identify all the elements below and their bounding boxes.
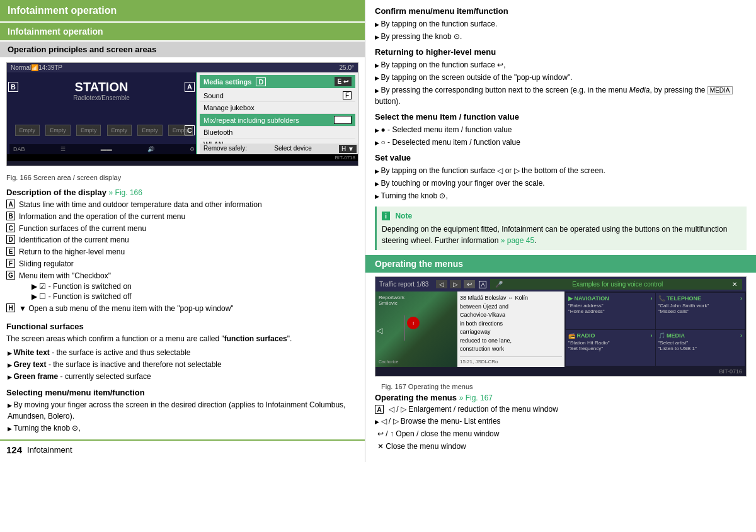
returning-bullet-2: By tapping on the screen outside of the …: [375, 72, 747, 83]
page-footer: 124 Infotainment: [0, 439, 365, 459]
screen-bottom-bar: DAB ☰ ▬▬ 🔊 ⚙: [9, 144, 198, 154]
screen-right: Media settings D E ↩ Sound F Manage juke…: [196, 72, 358, 154]
op-top-bar: Traffic report 1/83 ◁ ▷ ↩ A 🎤 Examples f…: [375, 277, 746, 291]
operating-item-3: ↩ / ↑ Open / close the menu window: [375, 428, 747, 439]
voice-control-label: Examples for using voice control: [572, 281, 663, 288]
page-45-link[interactable]: » page 45: [501, 236, 534, 245]
radio-icon: 📻: [568, 332, 577, 339]
grey-text-bullet: Grey text - the surface is inactive and …: [6, 359, 358, 370]
selecting-section: Selecting menu/menu item/function By mov…: [0, 385, 365, 437]
select-menu-bullet-2: ○ - Deselected menu item / function valu…: [375, 137, 747, 148]
operating-desc: Operating the menus » Fig. 167 A ◁ / ▷ E…: [375, 393, 747, 456]
gear-icon: ⚙: [190, 146, 195, 152]
empty-btn-5[interactable]: Empty: [137, 125, 163, 136]
menu-item-sound[interactable]: Sound F: [200, 89, 355, 102]
label-e: E ↩: [335, 77, 352, 86]
empty-buttons: Empty Empty Empty Empty Empty Empty: [9, 122, 198, 139]
timestamp: 15:21, JSDI-CRo: [460, 356, 562, 365]
desc-item-a: A Status line with time and outdoor temp…: [6, 200, 358, 210]
white-text-bullet: White text - the surface is active and t…: [6, 347, 358, 358]
section-header: Operation principles and screen areas: [0, 42, 365, 57]
microphone-icon: 🎤: [495, 281, 503, 288]
set-value-bullet-3: Turning the knob ⊙,: [375, 190, 747, 201]
info-icon: i: [382, 212, 390, 220]
op-map: ReportworkSmilovic ! Cachorice ◁: [375, 291, 457, 367]
prev-button[interactable]: ◁: [436, 280, 447, 288]
description-title: Description of the display » Fig. 166: [6, 188, 358, 197]
empty-btn-3[interactable]: Empty: [76, 125, 101, 136]
page-number: 124: [6, 444, 22, 455]
nav-q2: "Home address": [568, 308, 653, 314]
figure-166-caption: Fig. 166 Screen area / screen display: [0, 171, 365, 184]
menu-item-jukebox[interactable]: Manage jukebox: [200, 102, 355, 114]
desc-item-b: B Information and the operation of the c…: [6, 212, 358, 222]
operating-bullet-1: ◁ / ▷ Browse the menu- List entries: [375, 416, 747, 427]
fig-166-link[interactable]: » Fig. 166: [109, 188, 142, 197]
set-value-bullet-1: By tapping on the function surface ◁ or …: [375, 165, 747, 176]
media-icon: 🎵: [658, 332, 667, 339]
screen-main: B A STATION Radiotext/Ensemble Empty Emp…: [7, 72, 358, 154]
empty-btn-4[interactable]: Empty: [107, 125, 132, 136]
selecting-bullet-2: Turning the knob ⊙,: [6, 422, 358, 434]
back-button[interactable]: ↩: [464, 280, 475, 288]
media-settings-label: Media settings D: [203, 78, 266, 86]
empty-btn-2[interactable]: Empty: [45, 125, 71, 136]
bar-icon: ▬▬: [101, 146, 112, 152]
tp-indicator: TP: [54, 64, 62, 71]
functional-surfaces-text: The screen areas which confirm a functio…: [6, 333, 358, 344]
op-nav-buttons: ◁ ▷ ↩: [436, 280, 475, 288]
confirm-title: Confirm menu/menu item/function: [375, 6, 747, 16]
med-q2: "Listen to USB 1": [658, 346, 743, 351]
desc-item-c: C Function surfaces of the current menu: [6, 224, 358, 234]
list-icon: ☰: [60, 146, 66, 152]
figure-167-caption: Fig. 167 Operating the menus: [375, 380, 747, 393]
station-name: STATION: [9, 80, 193, 94]
screen-diagram: Normal 📶 14:39 TP 25.0° B A STATION Radi…: [6, 62, 358, 166]
label-h: H ▼: [339, 145, 357, 153]
menu-item-bluetooth[interactable]: Bluetooth: [200, 127, 355, 139]
op-center: 38 Mladá Boleslav ↔ Kolín between Újezd …: [457, 291, 564, 367]
select-device-label: Select device: [274, 145, 311, 153]
screen-top-bar: Normal 📶 14:39 TP 25.0°: [7, 63, 358, 72]
map-marker: !: [407, 317, 420, 329]
note-box: i Note Depending on the equipment fitted…: [375, 207, 747, 250]
operating-item-4: ✕ Close the menu window: [375, 441, 747, 452]
fig-167-link[interactable]: » Fig. 167: [459, 393, 493, 402]
select-menu-title: Select the menu item / function value: [375, 112, 747, 122]
empty-btn-1[interactable]: Empty: [15, 125, 40, 136]
tel-icon: 📞: [658, 295, 667, 302]
road-line: [404, 315, 405, 341]
functional-surfaces-title: Functional surfaces: [6, 322, 358, 331]
nav-q1: "Enter address": [568, 303, 653, 308]
page: Infotainment operation Infotainment oper…: [0, 0, 756, 462]
tel-q1: "Call John Smith work": [658, 303, 743, 308]
desc-item-g: G Menu item with "Checkbox" ▶ ☑ - Functi…: [6, 271, 358, 302]
close-icon[interactable]: ✕: [732, 281, 737, 288]
description-section: Description of the display » Fig. 166 A …: [0, 184, 365, 319]
desc-item-e: E Return to the higher-level menu: [6, 247, 358, 258]
op-main: ReportworkSmilovic ! Cachorice ◁ 38 Ml: [375, 291, 746, 367]
med-q1: "Select artist": [658, 340, 743, 346]
media-cell: 🎵 MEDIA › "Select artist" "Listen to USB…: [656, 330, 745, 366]
select-menu-bullet-1: ● - Selected menu item / function value: [375, 124, 747, 135]
menu-item-mix[interactable]: Mix/repeat including subfolders G ☑: [200, 114, 355, 127]
op-right-grid: ▶ NAVIGATION › "Enter address" "Home add…: [564, 291, 746, 367]
functional-surfaces-section: Functional surfaces The screen areas whi…: [0, 319, 365, 385]
green-frame-bullet: Green frame - currently selected surface: [6, 371, 358, 382]
operating-header: Operating the menus: [365, 255, 756, 273]
main-title: Infotainment operation: [0, 0, 365, 21]
nav-arrow: ◁: [377, 326, 382, 335]
voice-bar: 🎤 Examples for using voice control ✕: [490, 279, 742, 290]
set-value-bullet-2: By touching or moving your finger over t…: [375, 178, 747, 189]
media-settings-row: Media settings D E ↩: [200, 75, 355, 88]
label-f: F: [343, 91, 352, 99]
screen-left: B A STATION Radiotext/Ensemble Empty Emp…: [7, 72, 196, 154]
rad-q1: "Station Hit Radio": [568, 340, 653, 346]
left-column: Infotainment operation Infotainment oper…: [0, 0, 365, 462]
label-g: G ☑: [334, 116, 352, 124]
next-button[interactable]: ▷: [450, 280, 461, 288]
station-display: STATION Radiotext/Ensemble: [9, 75, 193, 106]
speaker-icon: 🔊: [147, 146, 154, 152]
station-sub: Radiotext/Ensemble: [9, 94, 193, 101]
rad-q2: "Set frequency": [568, 346, 653, 351]
